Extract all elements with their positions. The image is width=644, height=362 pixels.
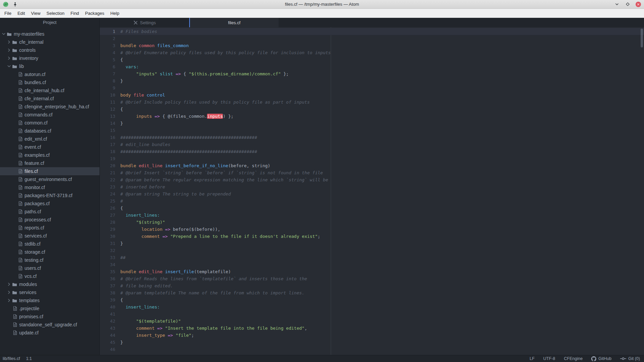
tree-item-storage.cf[interactable]: storage.cf xyxy=(0,248,99,256)
menu-packages[interactable]: Packages xyxy=(82,9,107,18)
code-editor[interactable]: 1# Files bodies23bundle common files_com… xyxy=(100,27,644,355)
tree-item-inventory[interactable]: inventory xyxy=(0,54,99,62)
github-icon xyxy=(591,356,596,361)
tree-item-.projectile[interactable]: .projectile xyxy=(0,304,99,313)
file-icon xyxy=(18,258,23,262)
file-icon xyxy=(13,314,17,319)
menu-file[interactable]: File xyxy=(1,9,14,18)
tree-item-label: templates xyxy=(19,298,40,303)
tree-item-bundles.cf[interactable]: bundles.cf xyxy=(0,78,99,86)
maximize-icon[interactable] xyxy=(625,1,631,7)
tree-item-files.cf[interactable]: files.cf xyxy=(0,167,99,175)
chevron-down-icon[interactable] xyxy=(7,65,11,68)
chevron-right-icon[interactable] xyxy=(7,40,11,44)
folder-icon xyxy=(12,56,17,61)
tree-item-update.cf[interactable]: update.cf xyxy=(0,329,99,337)
tree-item-packages.cf[interactable]: packages.cf xyxy=(0,200,99,208)
code-line-13: 13 inputs => { @(files_common.inputs) }; xyxy=(100,113,644,120)
tree-item-examples.cf[interactable]: examples.cf xyxy=(0,151,99,159)
tree-item-services[interactable]: services xyxy=(0,288,99,296)
git-label: Git (0) xyxy=(628,356,640,361)
code-text: insert_lines: xyxy=(120,303,160,311)
status-bar: lib/files.cf 1:1 LF UTF-8 CFEngine GitHu… xyxy=(0,355,644,362)
tree-item-modules[interactable]: modules xyxy=(0,280,99,288)
line-number: 19 xyxy=(100,155,115,162)
tree-item-my-masterfiles[interactable]: my-masterfiles xyxy=(0,30,99,38)
tree-item-autorun.cf[interactable]: autorun.cf xyxy=(0,70,99,78)
tree-item-lib[interactable]: lib xyxy=(0,62,99,70)
tree-item-feature.cf[interactable]: feature.cf xyxy=(0,159,99,167)
tree-item-event.cf[interactable]: event.cf xyxy=(0,143,99,151)
close-icon[interactable] xyxy=(635,1,641,7)
tree-item-templates[interactable]: templates xyxy=(0,296,99,304)
minimize-icon[interactable] xyxy=(614,1,620,7)
menu-find[interactable]: Find xyxy=(68,9,82,18)
file-icon xyxy=(13,330,17,335)
tree-item-promises.cf[interactable]: promises.cf xyxy=(0,313,99,321)
file-icon xyxy=(18,201,23,206)
tree-item-reports.cf[interactable]: reports.cf xyxy=(0,224,99,232)
tree-item-monitor.cf[interactable]: monitor.cf xyxy=(0,183,99,191)
tree-item-label: commands.cf xyxy=(25,112,52,117)
chevron-right-icon[interactable] xyxy=(7,57,11,60)
tree-item-standalone-self-upgrade.cf[interactable]: standalone_self_upgrade.cf xyxy=(0,321,99,329)
tab-settings[interactable]: Settings xyxy=(100,18,189,27)
menu-view[interactable]: View xyxy=(28,9,43,18)
project-tree[interactable]: my-masterfilescfe_internalcontrolsinvent… xyxy=(0,27,99,337)
tree-item-services.cf[interactable]: services.cf xyxy=(0,232,99,240)
pin-icon[interactable] xyxy=(12,1,18,7)
tree-item-databases.cf[interactable]: databases.cf xyxy=(0,127,99,135)
encoding-indicator[interactable]: UTF-8 xyxy=(543,356,555,361)
line-number: 3 xyxy=(100,42,115,49)
code-line-46: 46 xyxy=(100,346,644,353)
code-line-40: 40 insert_lines: xyxy=(100,303,644,311)
chevron-right-icon[interactable] xyxy=(7,283,11,286)
github-status[interactable]: GitHub xyxy=(591,356,611,361)
tree-item-cfe-internal.cf[interactable]: cfe_internal.cf xyxy=(0,95,99,103)
line-number: 42 xyxy=(100,318,115,325)
chevron-down-icon[interactable] xyxy=(2,32,5,36)
tree-item-label: my-masterfiles xyxy=(14,31,44,37)
editor-scrollbar[interactable] xyxy=(641,29,643,47)
menu-edit[interactable]: Edit xyxy=(14,9,28,18)
line-number: 39 xyxy=(100,296,115,303)
code-line-44: 44 insert_type => "file"; xyxy=(100,332,644,339)
line-number: 29 xyxy=(100,226,115,233)
tree-item-processes.cf[interactable]: processes.cf xyxy=(0,216,99,224)
tree-item-controls[interactable]: controls xyxy=(0,46,99,54)
tree-item-commands.cf[interactable]: commands.cf xyxy=(0,111,99,119)
tab-files.cf[interactable]: files.cf xyxy=(189,18,279,27)
chevron-right-icon[interactable] xyxy=(7,299,11,302)
folder-icon xyxy=(7,32,12,36)
code-text: "$(string)" xyxy=(120,219,165,226)
file-path[interactable]: lib/files.cf xyxy=(3,356,20,361)
line-number: 33 xyxy=(100,254,115,261)
tree-item-cfe-internal-hub.cf[interactable]: cfe_internal_hub.cf xyxy=(0,86,99,95)
tree-item-edit-xml.cf[interactable]: edit_xml.cf xyxy=(0,135,99,143)
code-line-17: 17# edit_line bundles xyxy=(100,141,644,148)
tree-item-packages-ent-3719.cf[interactable]: packages-ENT-3719.cf xyxy=(0,191,99,200)
tree-item-vcs.cf[interactable]: vcs.cf xyxy=(0,272,99,280)
chevron-right-icon[interactable] xyxy=(7,48,11,52)
code-text: # @brief Enumerate policy files used by … xyxy=(120,49,331,56)
code-line-39: 39{ xyxy=(100,296,644,303)
line-ending-indicator[interactable]: LF xyxy=(530,356,535,361)
line-number: 40 xyxy=(100,303,115,311)
cursor-position[interactable]: 1:1 xyxy=(26,356,32,361)
tree-item-users.cf[interactable]: users.cf xyxy=(0,264,99,272)
tree-item-paths.cf[interactable]: paths.cf xyxy=(0,208,99,216)
tree-item-label: cfe_internal_hub.cf xyxy=(25,88,64,93)
code-line-19: 19 xyxy=(100,155,644,162)
tree-item-cfengine-enterprise-hub-ha.cf[interactable]: cfengine_enterprise_hub_ha.cf xyxy=(0,103,99,111)
menu-selection[interactable]: Selection xyxy=(43,9,67,18)
menu-help[interactable]: Help xyxy=(107,9,122,18)
tree-item-testing.cf[interactable]: testing.cf xyxy=(0,256,99,264)
tree-item-common.cf[interactable]: common.cf xyxy=(0,119,99,127)
grammar-indicator[interactable]: CFEngine xyxy=(564,356,583,361)
line-number: 6 xyxy=(100,63,115,70)
tree-item-guest-environments.cf[interactable]: guest_environments.cf xyxy=(0,175,99,183)
chevron-right-icon[interactable] xyxy=(7,291,11,294)
tree-item-cfe-internal[interactable]: cfe_internal xyxy=(0,38,99,46)
git-status[interactable]: Git (0) xyxy=(620,356,640,361)
tree-item-stdlib.cf[interactable]: stdlib.cf xyxy=(0,240,99,248)
